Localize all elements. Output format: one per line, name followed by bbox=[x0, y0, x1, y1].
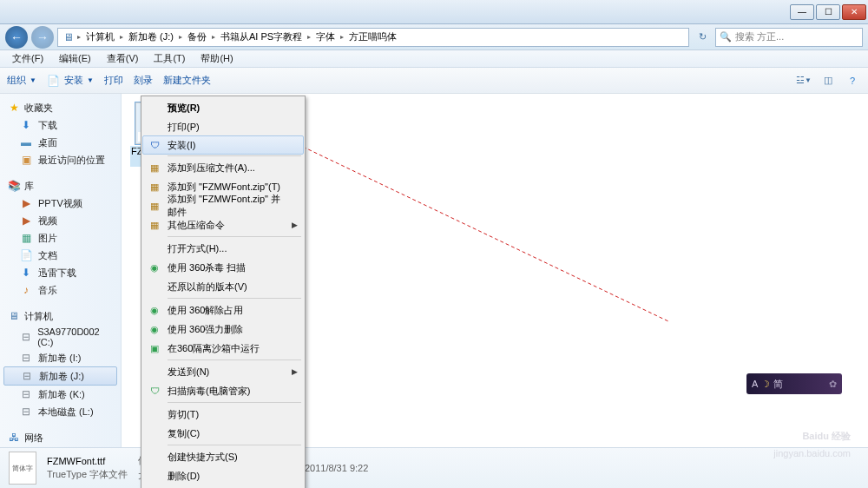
drive-icon: ⊟ bbox=[19, 351, 33, 365]
breadcrumb-item[interactable]: 书籍从AI PS字教程 bbox=[217, 30, 306, 43]
drive-icon: ⊟ bbox=[20, 369, 34, 383]
menu-tools[interactable]: 工具(T) bbox=[147, 50, 192, 67]
sidebar-item-drive-l[interactable]: ⊟本地磁盘 (L:) bbox=[3, 403, 117, 420]
picture-icon: ▦ bbox=[19, 231, 33, 245]
back-button[interactable]: ← bbox=[5, 26, 28, 49]
search-placeholder: 搜索 方正... bbox=[735, 30, 784, 43]
chevron-right-icon: ▶ bbox=[292, 221, 298, 229]
preview-pane-button[interactable]: ◫ bbox=[819, 72, 837, 89]
360-icon: ◉ bbox=[148, 322, 161, 336]
ctx-install[interactable]: 🛡安装(I) bbox=[142, 135, 304, 155]
video-icon: ▶ bbox=[19, 196, 33, 210]
sidebar-header-network[interactable]: 🖧网络 bbox=[3, 429, 117, 446]
sidebar-header-libraries[interactable]: 📚库 bbox=[3, 177, 117, 195]
ctx-other-compress[interactable]: ▦其他压缩命令▶ bbox=[143, 215, 303, 234]
ctx-restore-version[interactable]: 还原以前的版本(V) bbox=[143, 277, 303, 296]
help-button[interactable]: ? bbox=[844, 72, 861, 89]
breadcrumb-item[interactable]: 备份 bbox=[184, 30, 210, 43]
maximize-button[interactable]: ☐ bbox=[816, 4, 840, 20]
sidebar-item-drive-i[interactable]: ⊟新加卷 (I:) bbox=[3, 349, 117, 366]
ctx-add-zip-mail[interactable]: ▦添加到 "FZMWFont.zip" 并邮件 bbox=[143, 196, 303, 215]
breadcrumb-item[interactable]: 新加卷 (J:) bbox=[125, 30, 177, 43]
chevron-right-icon: ▸ bbox=[179, 33, 182, 41]
ctx-force-delete-360[interactable]: ◉使用 360强力删除 bbox=[143, 320, 303, 339]
breadcrumb-item[interactable]: 字体 bbox=[312, 30, 339, 43]
print-button[interactable]: 打印 bbox=[104, 74, 123, 87]
menu-view[interactable]: 查看(V) bbox=[100, 50, 146, 67]
network-icon: 🖧 bbox=[7, 431, 21, 445]
sidebar-item-desktop[interactable]: ▬桌面 bbox=[3, 134, 117, 151]
organize-button[interactable]: 组织▼ bbox=[7, 74, 36, 87]
ctx-send-to[interactable]: 发送到(N)▶ bbox=[143, 362, 303, 381]
ctx-sandbox-360[interactable]: ▣在360隔离沙箱中运行 bbox=[143, 339, 303, 358]
breadcrumb[interactable]: 🖥 ▸ 计算机 ▸ 新加卷 (J:) ▸ 备份 ▸ 书籍从AI PS字教程 ▸ … bbox=[57, 28, 689, 47]
menu-file[interactable]: 文件(F) bbox=[5, 50, 50, 67]
sidebar-item-recent[interactable]: ▣最近访问的位置 bbox=[3, 151, 117, 168]
ctx-print[interactable]: 打印(P) bbox=[143, 117, 303, 136]
ctx-cut[interactable]: 剪切(T) bbox=[143, 405, 303, 424]
sidebar-item-videos[interactable]: ▶视频 bbox=[3, 212, 117, 229]
details-filetype: TrueType 字体文件 bbox=[47, 468, 128, 481]
sidebar-item-pictures[interactable]: ▦图片 bbox=[3, 229, 117, 247]
menu-edit[interactable]: 编辑(E) bbox=[52, 50, 98, 67]
sidebar-item-documents[interactable]: 📄文档 bbox=[3, 247, 117, 264]
separator bbox=[168, 298, 301, 299]
moon-icon: ☽ bbox=[761, 379, 770, 390]
recent-icon: ▣ bbox=[19, 153, 33, 167]
menu-help[interactable]: 帮助(H) bbox=[194, 50, 240, 67]
sidebar-item-drive-k[interactable]: ⊟新加卷 (K:) bbox=[3, 386, 117, 403]
install-icon: 📄 bbox=[47, 74, 61, 88]
computer-icon: 🖥 bbox=[7, 309, 21, 323]
ctx-add-compress[interactable]: ▦添加到压缩文件(A)... bbox=[143, 158, 303, 177]
sidebar-header-computer[interactable]: 🖥计算机 bbox=[3, 307, 117, 325]
ctx-scan-360[interactable]: ◉使用 360杀毒 扫描 bbox=[143, 258, 303, 277]
shield-icon: 🛡 bbox=[148, 138, 161, 152]
refresh-button[interactable]: ↻ bbox=[693, 28, 712, 47]
sidebar-item-drive-c[interactable]: ⊟S3A9770D002 (C:) bbox=[3, 325, 117, 349]
ctx-open-with[interactable]: 打开方式(H)... bbox=[143, 239, 303, 258]
address-bar: ← → 🖥 ▸ 计算机 ▸ 新加卷 (J:) ▸ 备份 ▸ 书籍从AI PS字教… bbox=[0, 24, 868, 50]
ctx-scan-virus[interactable]: 🛡扫描病毒(电脑管家) bbox=[143, 381, 303, 400]
breadcrumb-item[interactable]: 方正喵呜体 bbox=[345, 30, 400, 43]
details-filename: FZMWFont.ttf bbox=[47, 456, 128, 466]
archive-icon: ▦ bbox=[148, 218, 161, 232]
drive-icon: ⊟ bbox=[19, 387, 33, 401]
ctx-create-shortcut[interactable]: 创建快捷方式(S) bbox=[143, 447, 303, 466]
menu-bar: 文件(F) 编辑(E) 查看(V) 工具(T) 帮助(H) bbox=[0, 50, 868, 68]
ctx-delete[interactable]: 删除(D) bbox=[143, 466, 303, 485]
close-button[interactable]: ✕ bbox=[842, 4, 866, 20]
burn-button[interactable]: 刻录 bbox=[134, 74, 153, 87]
details-thumbnail: 简体字 bbox=[9, 452, 36, 485]
ime-indicator[interactable]: A ☽ 简 ✿ bbox=[746, 373, 842, 394]
view-options-button[interactable]: ☳ ▼ bbox=[795, 72, 812, 89]
chevron-down-icon: ▼ bbox=[87, 76, 94, 84]
ctx-preview[interactable]: 预览(R) bbox=[143, 98, 303, 117]
separator bbox=[168, 155, 301, 156]
star-icon: ★ bbox=[7, 101, 21, 115]
chevron-down-icon: ▼ bbox=[30, 76, 36, 84]
sidebar-header-favorites[interactable]: ★收藏夹 bbox=[3, 99, 117, 116]
ctx-copy[interactable]: 复制(C) bbox=[143, 424, 303, 443]
forward-button[interactable]: → bbox=[31, 26, 54, 49]
download-icon: ⬇ bbox=[19, 266, 33, 280]
minimize-button[interactable]: — bbox=[790, 4, 814, 20]
new-folder-button[interactable]: 新建文件夹 bbox=[163, 74, 211, 87]
context-menu: 预览(R) 打印(P) 🛡安装(I) ▦添加到压缩文件(A)... ▦添加到 "… bbox=[141, 96, 306, 488]
360-icon: ▣ bbox=[148, 341, 161, 355]
chevron-right-icon: ▸ bbox=[212, 33, 215, 41]
document-icon: 📄 bbox=[19, 248, 33, 262]
main-area: ★收藏夹 ⬇下载 ▬桌面 ▣最近访问的位置 📚库 ▶PPTV视频 ▶视频 ▦图片… bbox=[0, 94, 868, 447]
sidebar-item-drive-j[interactable]: ⊟新加卷 (J:) bbox=[3, 366, 117, 386]
sidebar-item-downloads[interactable]: ⬇下载 bbox=[3, 116, 117, 134]
sidebar-item-xunlei[interactable]: ⬇迅雷下载 bbox=[3, 264, 117, 281]
archive-icon: ▦ bbox=[148, 199, 161, 213]
sidebar-item-pptv[interactable]: ▶PPTV视频 bbox=[3, 195, 117, 212]
watermark-main: Baidu 经验 bbox=[773, 427, 851, 445]
search-input[interactable]: 🔍 搜索 方正... bbox=[715, 28, 863, 47]
breadcrumb-item[interactable]: 计算机 bbox=[82, 30, 118, 43]
separator bbox=[168, 359, 301, 360]
sidebar-item-music[interactable]: ♪音乐 bbox=[3, 281, 117, 299]
install-button[interactable]: 📄安装▼ bbox=[47, 74, 94, 88]
drive-icon: ⊟ bbox=[19, 330, 32, 344]
ctx-unlock-360[interactable]: ◉使用 360解除占用 bbox=[143, 300, 303, 320]
